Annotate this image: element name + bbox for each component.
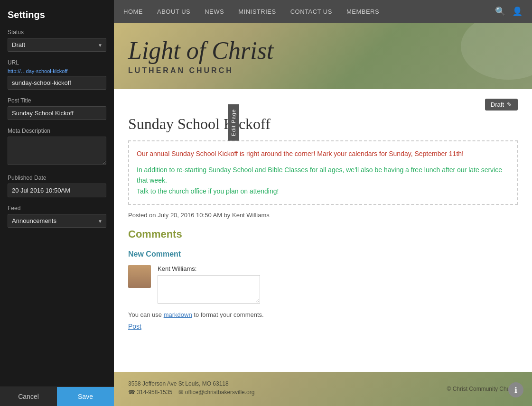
feed-label: Feed: [8, 205, 106, 212]
page-content-area: Draft ✎ Sunday School Kickoff Our annual…: [114, 89, 532, 372]
feed-field-group: Feed Announcements News Events ▼: [8, 205, 106, 228]
nav-contact[interactable]: CONTACT US: [290, 6, 332, 17]
page-title: Sunday School Kickoff: [128, 115, 518, 133]
church-name: Light of Christ: [128, 37, 273, 64]
draft-badge-wrap: Draft ✎: [128, 99, 518, 111]
published-date-field-group: Published Date: [8, 175, 106, 197]
markdown-hint: You can use markdown to format your comm…: [128, 311, 518, 318]
url-hint: http://…day-school-kickoff: [8, 68, 106, 74]
footer-address: 3558 Jefferson Ave St Louis, MO 63118: [128, 380, 254, 387]
footer-left: 3558 Jefferson Ave St Louis, MO 63118 ☎ …: [128, 380, 254, 397]
site-footer: 3558 Jefferson Ave St Louis, MO 63118 ☎ …: [114, 372, 532, 406]
nav-members[interactable]: MEMBERS: [346, 6, 379, 17]
footer-contact: ☎ 314-958-1535 ✉ office@christbakersvill…: [128, 389, 254, 396]
search-icon[interactable]: 🔍: [495, 6, 505, 17]
nav-ministries[interactable]: MINISTRIES: [238, 6, 276, 17]
pencil-icon: ✎: [507, 101, 512, 108]
status-label: Status: [8, 29, 106, 36]
sidebar-action-buttons: Cancel Save: [0, 387, 114, 406]
footer-email: office@christbakersville.org: [185, 389, 255, 396]
content-paragraph-1: Our annual Sunday School Kickoff is righ…: [137, 149, 509, 159]
comment-input-area: Kent Williams:: [158, 265, 260, 305]
church-title-wrap: Light of Christ LUTHERAN CHURCH: [128, 37, 273, 74]
meta-desc-field-group: Meta Description: [8, 128, 106, 167]
comment-user-label: Kent Williams:: [158, 265, 260, 272]
footer-copyright: © Christ Community Church: [447, 386, 518, 392]
email-icon: ✉: [178, 389, 183, 396]
status-field-group: Status Draft Published ▼: [8, 29, 106, 52]
feed-select-wrap: Announcements News Events ▼: [8, 214, 106, 228]
cancel-button[interactable]: Cancel: [0, 387, 57, 406]
status-select[interactable]: Draft Published: [8, 38, 106, 52]
status-select-wrap: Draft Published ▼: [8, 38, 106, 52]
draft-badge-label: Draft: [491, 101, 504, 108]
content-box: Our annual Sunday School Kickoff is righ…: [128, 140, 518, 205]
info-icon[interactable]: ℹ: [508, 382, 523, 397]
settings-sidebar: Settings Status Draft Published ▼ URL ht…: [0, 0, 114, 406]
meta-desc-label: Meta Description: [8, 128, 106, 134]
save-button[interactable]: Save: [57, 387, 114, 406]
edit-page-tab[interactable]: Edit Page: [228, 104, 239, 141]
comments-heading: Comments: [128, 228, 518, 242]
church-subtitle: LUTHERAN CHURCH: [128, 66, 273, 75]
draft-badge: Draft ✎: [485, 99, 518, 111]
published-date-label: Published Date: [8, 175, 106, 181]
avatar-image: [128, 265, 151, 288]
footer-phone: 314-958-1535: [137, 389, 172, 396]
post-title-label: Post Title: [8, 97, 106, 104]
content-paragraph-2: In addition to re-starting Sunday School…: [137, 165, 509, 196]
post-comment-button[interactable]: Post: [128, 323, 141, 330]
top-navbar: HOME ABOUT US NEWS MINISTRIES CONTACT US…: [114, 0, 532, 23]
url-input[interactable]: [8, 76, 106, 90]
feed-select[interactable]: Announcements News Events: [8, 214, 106, 228]
url-field-group: URL http://…day-school-kickoff: [8, 59, 106, 90]
post-meta: Posted on July 20, 2016 10:50 AM by Kent…: [128, 212, 518, 219]
sidebar-title: Settings: [8, 9, 106, 20]
comment-textarea[interactable]: [158, 275, 260, 304]
nav-links: HOME ABOUT US NEWS MINISTRIES CONTACT US…: [123, 6, 495, 17]
church-banner: Light of Christ LUTHERAN CHURCH: [114, 23, 532, 89]
navbar-icons: 🔍 👤: [495, 6, 523, 17]
post-title-field-group: Post Title: [8, 97, 106, 120]
meta-desc-textarea[interactable]: [8, 137, 106, 165]
nav-home[interactable]: HOME: [123, 6, 143, 17]
new-comment-heading: New Comment: [128, 250, 518, 258]
avatar: [128, 265, 151, 288]
markdown-link[interactable]: markdown: [164, 311, 192, 318]
nav-about[interactable]: ABOUT US: [157, 6, 190, 17]
phone-icon: ☎: [128, 389, 135, 396]
user-icon[interactable]: 👤: [512, 6, 523, 17]
nav-news[interactable]: NEWS: [205, 6, 224, 17]
comment-form: Kent Williams:: [128, 265, 518, 305]
published-date-input[interactable]: [8, 184, 106, 197]
post-title-input[interactable]: [8, 106, 106, 120]
url-label: URL: [8, 59, 106, 66]
main-content: HOME ABOUT US NEWS MINISTRIES CONTACT US…: [114, 0, 532, 406]
